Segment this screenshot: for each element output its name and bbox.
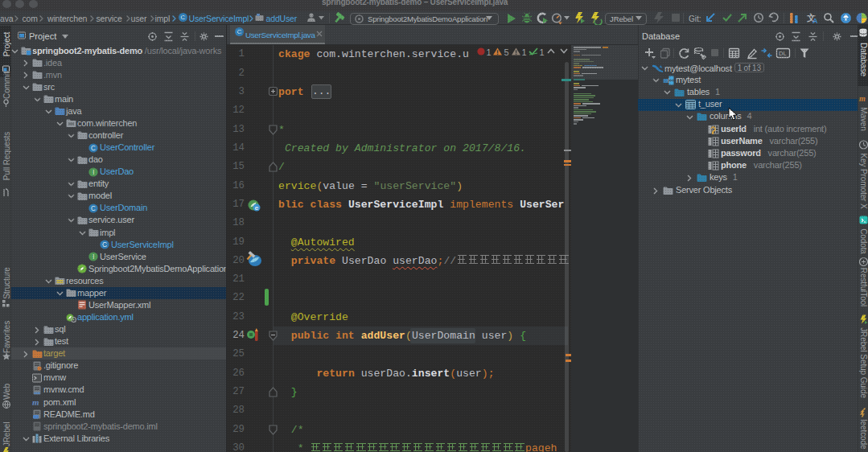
svg-text:C: C xyxy=(91,204,96,212)
svg-text:C: C xyxy=(91,144,96,152)
svg-text:C: C xyxy=(180,14,185,21)
svg-text:m: m xyxy=(859,94,866,103)
svg-text:I: I xyxy=(93,168,94,176)
svg-text:C: C xyxy=(102,240,107,249)
svg-text:DL: DL xyxy=(779,50,787,57)
svg-text:m: m xyxy=(32,397,39,407)
svg-text:I: I xyxy=(93,253,94,261)
svg-text:e: e xyxy=(255,204,259,212)
svg-text:C: C xyxy=(237,28,242,35)
